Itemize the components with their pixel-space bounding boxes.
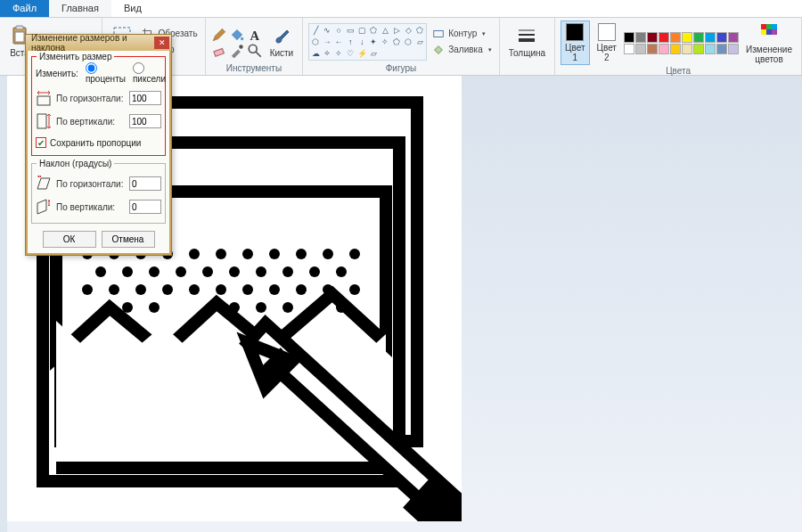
ok-button[interactable]: ОК	[43, 231, 96, 248]
color-swatch[interactable]	[705, 44, 716, 54]
outline-icon	[432, 28, 445, 40]
eraser-icon[interactable]	[211, 43, 227, 59]
resize-h-input[interactable]	[129, 91, 161, 105]
resize-legend: Изменить размер	[37, 52, 114, 61]
svg-point-40	[176, 266, 186, 277]
tab-home[interactable]: Главная	[49, 0, 111, 17]
skew-h-input[interactable]	[129, 176, 161, 191]
svg-point-46	[336, 266, 347, 277]
color-swatch[interactable]	[647, 44, 658, 54]
svg-point-63	[336, 302, 347, 313]
svg-point-8	[241, 37, 243, 39]
magnifier-icon[interactable]	[247, 43, 263, 59]
color1-button[interactable]: Цвет 1	[561, 20, 589, 65]
svg-point-43	[256, 266, 266, 277]
svg-point-34	[296, 249, 307, 259]
svg-point-42	[229, 266, 240, 277]
resize-by-label: Изменить:	[36, 69, 78, 78]
color-swatch[interactable]	[728, 44, 739, 54]
svg-point-37	[95, 266, 106, 277]
text-icon[interactable]: A	[247, 27, 263, 43]
svg-point-36	[349, 249, 360, 259]
svg-point-30	[189, 249, 200, 259]
color-swatch[interactable]	[693, 44, 704, 54]
resize-h-label: По горизонтали:	[56, 94, 125, 103]
shape-fill-button[interactable]: Заливка▾	[430, 43, 494, 57]
palette-icon	[758, 21, 780, 43]
thickness-icon	[516, 25, 537, 46]
color-swatch[interactable]	[635, 32, 646, 43]
color-swatch[interactable]	[682, 44, 692, 54]
tab-view[interactable]: Вид	[111, 0, 154, 17]
keep-aspect-checkbox[interactable]: ✔	[36, 137, 46, 148]
color-swatch[interactable]	[716, 44, 727, 54]
svg-point-52	[216, 284, 226, 295]
radio-pixels[interactable]: пиксели	[133, 62, 166, 84]
resize-v-input[interactable]	[129, 114, 161, 128]
group-colors: Цвет 1 Цвет 2 Изменение цветов Цвета	[555, 18, 802, 75]
color2-button[interactable]: Цвет 2	[593, 21, 620, 64]
color-swatch[interactable]	[647, 32, 658, 43]
svg-point-41	[202, 266, 213, 277]
vertical-icon	[36, 112, 52, 130]
color-swatch[interactable]	[635, 44, 646, 54]
skew-fieldset: Наклон (градусы) По горизонтали: По верт…	[31, 163, 166, 224]
svg-text:A: A	[250, 28, 259, 42]
radio-percent[interactable]: проценты	[86, 62, 126, 84]
color-palette[interactable]	[624, 32, 739, 54]
skew-v-input[interactable]	[129, 200, 161, 214]
svg-point-31	[216, 249, 226, 259]
fill-icon	[432, 44, 445, 56]
close-icon: ✕	[159, 38, 166, 47]
keep-aspect-label: Сохранить пропорции	[50, 138, 141, 148]
resize-skew-dialog: Изменение размеров и наклона ✕ Изменить …	[25, 34, 172, 256]
svg-point-53	[242, 284, 253, 295]
pencil-icon[interactable]	[211, 27, 227, 43]
svg-rect-21	[766, 29, 772, 35]
color-swatch[interactable]	[705, 32, 716, 43]
brush-icon	[271, 25, 292, 46]
svg-rect-64	[37, 96, 50, 105]
tab-file[interactable]: Файл	[0, 0, 49, 17]
color-swatch[interactable]	[670, 32, 681, 43]
color-swatch[interactable]	[624, 32, 634, 43]
color-swatch[interactable]	[682, 32, 692, 43]
shape-outline-button[interactable]: Контур▾	[430, 27, 494, 41]
svg-point-44	[282, 266, 293, 277]
color-swatch[interactable]	[728, 32, 739, 43]
color-swatch[interactable]	[624, 44, 634, 54]
svg-rect-1	[16, 26, 23, 29]
svg-point-61	[256, 302, 266, 313]
bucket-icon[interactable]	[229, 27, 245, 43]
resize-fieldset: Изменить размер Изменить: проценты пиксе…	[31, 56, 166, 156]
color-swatch[interactable]	[716, 32, 727, 43]
group-size: Толщина	[500, 18, 555, 75]
eyedropper-icon[interactable]	[229, 43, 245, 59]
svg-point-49	[135, 284, 146, 295]
edit-colors-button[interactable]: Изменение цветов	[742, 20, 796, 66]
thickness-button[interactable]: Толщина	[505, 23, 549, 60]
group-label-shapes: Фигуры	[308, 63, 494, 75]
svg-point-59	[149, 302, 160, 313]
shapes-gallery[interactable]: ╱∿○▭▢⬠△▷◇⬠ ⬡→←↑↓✦✧⬠⬡▱ ☁⟡✧♡⚡▱	[308, 23, 427, 61]
color-swatch[interactable]	[659, 44, 669, 54]
svg-rect-13	[434, 30, 444, 37]
dialog-close-button[interactable]: ✕	[154, 37, 169, 49]
svg-rect-17	[761, 24, 766, 29]
cancel-button[interactable]: Отмена	[102, 231, 155, 248]
svg-rect-65	[37, 114, 46, 128]
svg-rect-19	[772, 24, 777, 29]
svg-point-39	[149, 266, 160, 277]
dialog-titlebar[interactable]: Изменение размеров и наклона ✕	[26, 35, 171, 51]
group-shapes: ╱∿○▭▢⬠△▷◇⬠ ⬡→←↑↓✦✧⬠⬡▱ ☁⟡✧♡⚡▱ Контур▾ Зал…	[303, 18, 500, 75]
svg-point-60	[229, 302, 240, 313]
svg-point-62	[282, 302, 293, 313]
svg-point-32	[242, 249, 253, 259]
svg-point-11	[239, 45, 243, 49]
svg-point-58	[122, 302, 133, 313]
skew-legend: Наклон (градусы)	[37, 159, 114, 168]
color-swatch[interactable]	[670, 44, 681, 54]
brushes-button[interactable]: Кисти	[266, 23, 298, 60]
color-swatch[interactable]	[659, 32, 669, 43]
color-swatch[interactable]	[693, 32, 704, 43]
